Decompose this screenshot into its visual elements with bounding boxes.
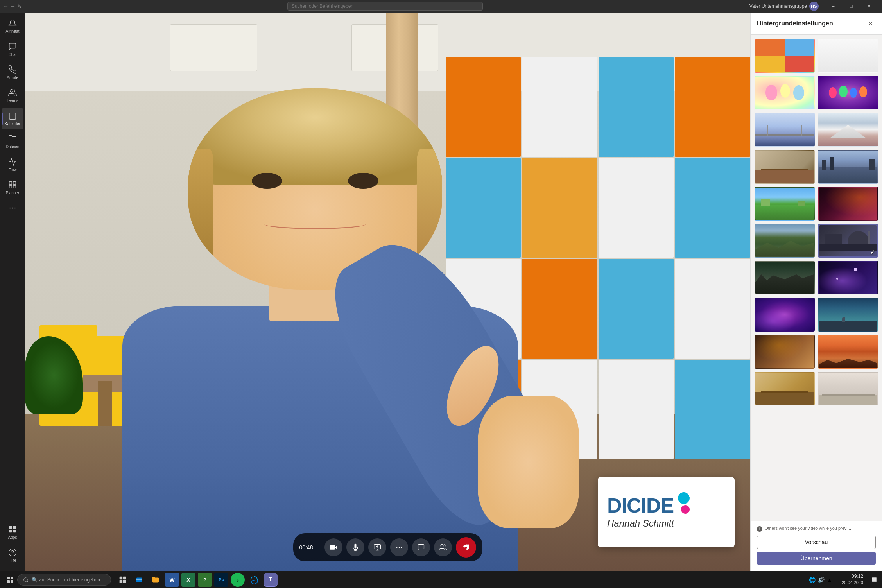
bg-thumb-mountains-green[interactable] (755, 224, 815, 258)
calls-icon (8, 65, 17, 74)
maximize-button[interactable]: □ (842, 0, 860, 13)
taskbar-search[interactable]: 🔍 Zur Suche Text hier eingeben (17, 574, 111, 586)
user-name-label: Vater Unternehmensgruppe (749, 4, 807, 9)
close-button[interactable]: ✕ (860, 0, 878, 13)
preview-button[interactable]: Vorschau (757, 536, 876, 549)
notice-text: Others won't see your video while you pr… (765, 526, 851, 531)
svg-marker-18 (335, 546, 337, 549)
excel-icon[interactable]: X (181, 573, 195, 587)
video-feed: DICIDE Hannah Schmitt 00:48 (25, 13, 750, 571)
hilfe-label: Hilfe (9, 558, 16, 563)
word-icon[interactable]: W (165, 573, 179, 587)
info-icon: i (757, 526, 762, 532)
panel-header: Hintergrundeinstellungen ✕ (751, 13, 882, 35)
participants-button[interactable] (434, 538, 452, 556)
bg-thumb-balloons-colorful[interactable] (818, 76, 878, 110)
forward-button[interactable]: → (10, 3, 16, 9)
call-timer: 00:48 (299, 544, 318, 550)
video-button[interactable] (324, 538, 342, 556)
sidebar-item-apps[interactable]: Apps (2, 522, 23, 543)
sidebar-item-anrufe[interactable]: Anrufe (2, 62, 23, 83)
minimize-button[interactable]: – (824, 0, 842, 13)
share-button[interactable] (368, 538, 386, 556)
eye-left (252, 173, 282, 189)
task-view-icon[interactable] (116, 573, 130, 587)
sidebar-item-planner[interactable]: Planner (2, 177, 23, 199)
volume-icon[interactable]: 🔊 (818, 577, 825, 583)
smile (264, 219, 366, 229)
file-explorer-icon[interactable] (149, 573, 163, 587)
svg-point-26 (441, 545, 443, 547)
bg-thumb-minecraft[interactable] (755, 187, 815, 221)
avatar: HS (809, 2, 819, 11)
system-clock[interactable]: 09:12 20.04.2020 (839, 572, 866, 586)
svg-rect-30 (120, 580, 123, 583)
help-icon (8, 548, 17, 557)
badge-content: DICIDE Hannah Schmitt (607, 495, 674, 529)
bg-thumb-purple-nebula[interactable] (755, 298, 815, 332)
sidebar-item-hilfe[interactable]: Hilfe (2, 545, 23, 566)
teams-icon (8, 88, 17, 97)
windows-start-button[interactable] (3, 573, 17, 587)
svg-rect-14 (9, 530, 12, 532)
edge-2-icon[interactable] (247, 573, 261, 587)
user-info[interactable]: Vater Unternehmensgruppe HS (749, 2, 819, 11)
bg-thumb-sunset-landscape[interactable] (818, 335, 878, 369)
title-bar: ← → ✎ Vater Unternehmensgruppe HS – □ ✕ (0, 0, 882, 13)
sidebar-item-teams[interactable]: Teams (2, 85, 23, 106)
end-call-button[interactable] (456, 537, 476, 558)
bg-thumb-cosmic[interactable] (818, 261, 878, 295)
flow-label: Flow (8, 168, 16, 172)
search-input[interactable] (287, 2, 483, 11)
photoshop-icon[interactable]: Ps (214, 573, 228, 587)
bg-thumb-modern-office-2[interactable] (818, 372, 878, 406)
sidebar-item-chat[interactable]: Chat (2, 39, 23, 60)
bg-thumb-white[interactable] (818, 39, 878, 73)
project-icon[interactable]: P (198, 573, 212, 587)
bg-thumb-colorful-office[interactable] (755, 39, 815, 73)
hair-left (188, 149, 213, 290)
svg-point-25 (401, 547, 402, 548)
chat-button[interactable] (412, 538, 430, 556)
sidebar-item-flow[interactable]: Flow (2, 154, 23, 176)
kalender-label: Kalender (5, 122, 20, 126)
bg-thumb-modern-office-1[interactable] (755, 372, 815, 406)
network-icon[interactable]: 🌐 (809, 577, 816, 583)
back-button[interactable]: ← (3, 3, 9, 9)
svg-rect-1 (9, 113, 16, 120)
bg-thumb-bridge[interactable] (755, 113, 815, 147)
close-panel-button[interactable]: ✕ (865, 18, 876, 29)
bg-thumb-balloons-pastel[interactable] (755, 76, 815, 110)
planner-label: Planner (6, 191, 19, 195)
background-settings-panel: Hintergrundeinstellungen ✕ (750, 13, 882, 571)
spotify-icon[interactable]: ♪ (231, 573, 245, 587)
bg-thumb-industrial[interactable]: ✓ (818, 224, 878, 258)
brand-dots (678, 492, 690, 514)
svg-point-10 (12, 208, 13, 209)
bg-thumb-autumn-scene[interactable] (755, 335, 815, 369)
bg-thumb-mountain[interactable] (818, 113, 878, 147)
bg-thumb-forest-dark[interactable] (755, 261, 815, 295)
svg-point-27 (24, 577, 27, 581)
bg-thumb-fantasy-dark[interactable] (818, 187, 878, 221)
bg-thumb-city-blue[interactable] (818, 150, 878, 184)
edge-icon[interactable] (132, 573, 146, 587)
sidebar-item-kalender[interactable]: Kalender (2, 108, 23, 129)
mic-button[interactable] (346, 538, 364, 556)
sidebar-item-dateien[interactable]: Dateien (2, 131, 23, 152)
apps-icon (8, 525, 17, 534)
bg-thumb-teal-adventure[interactable] (818, 298, 878, 332)
participant-name: Hannah Schmitt (607, 518, 674, 529)
sidebar-item-more[interactable] (2, 200, 23, 217)
bg-thumb-office-meeting[interactable] (755, 150, 815, 184)
edit-icon[interactable]: ✎ (17, 4, 22, 9)
more-button[interactable] (390, 538, 408, 556)
dateien-label: Dateien (6, 145, 19, 149)
sidebar-item-aktivitat[interactable]: Aktivität (2, 16, 23, 37)
show-desktop-button[interactable]: ⬜ (869, 573, 879, 587)
taskbar-right: 🌐 🔊 ▲ 09:12 20.04.2020 ⬜ (806, 572, 879, 586)
apply-button[interactable]: Übernehmen (757, 552, 876, 565)
svg-rect-13 (13, 526, 16, 529)
activity-icon (8, 19, 17, 28)
teams-taskbar-icon[interactable]: T (264, 573, 278, 587)
